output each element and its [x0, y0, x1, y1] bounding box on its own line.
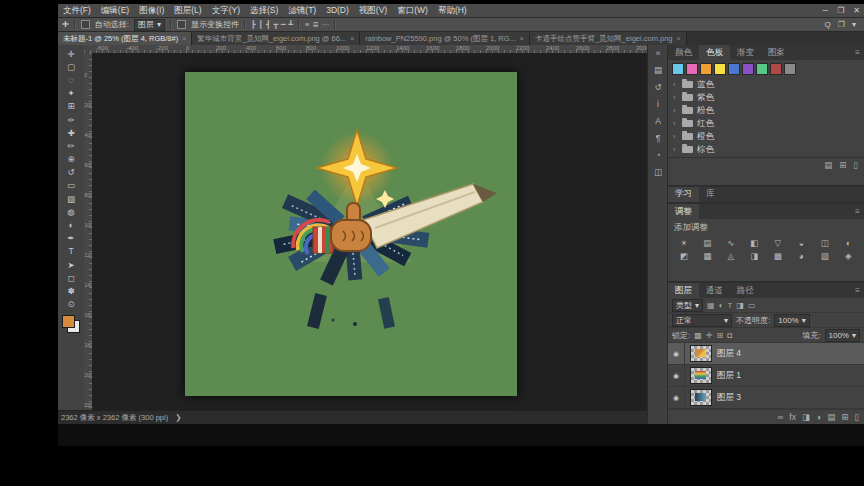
- history-panel-icon[interactable]: ↺: [654, 82, 661, 92]
- panel-tab[interactable]: 颜色: [668, 45, 699, 60]
- menu-item[interactable]: 视图(V): [354, 4, 392, 17]
- color-swatch[interactable]: [700, 63, 712, 75]
- healing-brush-tool-icon[interactable]: ✚: [60, 126, 82, 139]
- align-icon[interactable]: ┫: [266, 20, 271, 29]
- character-panel-icon[interactable]: A: [655, 116, 661, 126]
- adjustment-layer-icon[interactable]: ◑: [816, 412, 821, 422]
- panel-menu-icon[interactable]: ≡: [855, 283, 864, 298]
- panel-tab[interactable]: 通道: [699, 283, 730, 298]
- eraser-tool-icon[interactable]: ▭: [60, 179, 82, 192]
- panel-tab[interactable]: 渐变: [730, 45, 761, 60]
- quick-selection-tool-icon[interactable]: ✦: [60, 87, 82, 100]
- lock-transparency-icon[interactable]: ▩: [694, 331, 702, 340]
- layer-mask-icon[interactable]: ◨: [802, 412, 810, 422]
- exposure-icon[interactable]: ◧: [743, 236, 767, 249]
- link-layers-icon[interactable]: ∞: [777, 412, 783, 422]
- document-tab[interactable]: 卡通手绘点赞手臂_觅知网_eigei.com.png ×: [530, 32, 687, 45]
- gradient-tool-icon[interactable]: ▨: [60, 192, 82, 205]
- panel-tab[interactable]: 色板: [699, 45, 730, 60]
- collapse-panels-icon[interactable]: «: [656, 48, 661, 58]
- panel-tab[interactable]: 学习: [668, 187, 699, 202]
- auto-select-checkbox[interactable]: [81, 20, 90, 29]
- color-swatch[interactable]: [672, 63, 684, 75]
- levels-icon[interactable]: ▤: [696, 236, 720, 249]
- panel-tab[interactable]: 库: [699, 187, 722, 202]
- new-group-icon[interactable]: ▤: [827, 412, 835, 422]
- expander-icon[interactable]: ›: [673, 81, 678, 88]
- layer-visibility-eye-icon[interactable]: ◉: [668, 343, 685, 364]
- menu-item[interactable]: 编辑(E): [96, 4, 134, 17]
- swatch-group-row[interactable]: › 紫色: [668, 91, 864, 104]
- canvas[interactable]: [185, 72, 517, 396]
- swatch-group-row[interactable]: › 红色: [668, 117, 864, 130]
- layer-row[interactable]: ◉ 图层 1: [668, 365, 864, 387]
- color-swatch[interactable]: [784, 63, 796, 75]
- hue-saturation-icon[interactable]: ◒: [790, 236, 814, 249]
- workspace-caret-icon[interactable]: ▾: [852, 20, 856, 29]
- distribute-icon[interactable]: ⋯: [322, 20, 330, 29]
- layer-row[interactable]: ◉ 图层 3: [668, 387, 864, 409]
- zoom-tool-icon[interactable]: ⊙: [60, 298, 82, 311]
- panel-menu-icon[interactable]: ≡: [855, 45, 864, 60]
- color-lookup-icon[interactable]: ◬: [719, 249, 743, 262]
- document-tab[interactable]: 未标题-1 @ 25% (图层 4, RGB/8#) ×: [58, 32, 192, 45]
- shape-tool-icon[interactable]: ◻: [60, 271, 82, 284]
- blur-tool-icon[interactable]: ◍: [60, 205, 82, 218]
- filter-adjustment-icon[interactable]: ◐: [719, 301, 724, 310]
- color-swatch[interactable]: [714, 63, 726, 75]
- panel-tab[interactable]: 图层: [668, 283, 699, 298]
- layer-thumbnail[interactable]: [690, 367, 712, 384]
- dodge-tool-icon[interactable]: ◐: [60, 218, 82, 231]
- filter-smart-object-icon[interactable]: ▭: [748, 301, 756, 310]
- color-swatch[interactable]: [742, 63, 754, 75]
- align-icon[interactable]: ┃: [258, 20, 263, 29]
- menu-item[interactable]: 文字(Y): [207, 4, 245, 17]
- delete-swatch-icon[interactable]: ▯: [853, 160, 858, 170]
- color-swatch[interactable]: [686, 63, 698, 75]
- invert-icon[interactable]: ◨: [743, 249, 767, 262]
- menu-item[interactable]: 滤镜(T): [283, 4, 321, 17]
- clock-panel-icon[interactable]: ◔: [655, 150, 660, 160]
- layer-name[interactable]: 图层 1: [717, 370, 741, 382]
- panel-tab[interactable]: 图案: [761, 45, 792, 60]
- lasso-tool-icon[interactable]: ◌: [60, 73, 82, 86]
- filter-pixel-icon[interactable]: ▦: [707, 301, 715, 310]
- channel-mixer-icon[interactable]: ▦: [696, 249, 720, 262]
- clone-stamp-tool-icon[interactable]: ⊕: [60, 153, 82, 166]
- menu-item[interactable]: 文件(F): [58, 4, 96, 17]
- expander-icon[interactable]: ›: [673, 107, 678, 114]
- align-icon[interactable]: ┻: [289, 20, 294, 29]
- maximize-icon[interactable]: ❐: [837, 6, 844, 15]
- expander-icon[interactable]: ›: [673, 94, 678, 101]
- status-popup-arrow-icon[interactable]: ❯: [175, 413, 181, 422]
- expander-icon[interactable]: ›: [673, 133, 678, 140]
- lock-artboard-icon[interactable]: ⊞: [717, 331, 724, 340]
- fill-dropdown[interactable]: 100% ▾: [825, 329, 860, 342]
- threshold-icon[interactable]: ◕: [790, 249, 814, 262]
- libraries-panel-icon[interactable]: ◫: [654, 167, 662, 177]
- align-icon[interactable]: ┣: [251, 20, 256, 29]
- color-swatch[interactable]: [728, 63, 740, 75]
- hand-tool-icon[interactable]: ✽: [60, 284, 82, 297]
- search-icon[interactable]: Q: [825, 20, 831, 29]
- layer-filter-dropdown[interactable]: 类型 ▾: [672, 299, 703, 312]
- lock-position-icon[interactable]: ✛: [706, 331, 713, 340]
- tab-close-icon[interactable]: ×: [350, 35, 354, 42]
- show-transform-checkbox[interactable]: [177, 20, 186, 29]
- swatch-group-row[interactable]: › 橙色: [668, 130, 864, 143]
- layer-name[interactable]: 图层 3: [717, 392, 741, 404]
- new-layer-icon[interactable]: ⊞: [841, 412, 848, 422]
- expander-icon[interactable]: ›: [673, 146, 678, 153]
- workspace-icon[interactable]: ❐: [838, 20, 845, 29]
- brightness-contrast-icon[interactable]: ☀: [672, 236, 696, 249]
- paragraph-panel-icon[interactable]: ¶: [656, 133, 661, 143]
- tab-close-icon[interactable]: ×: [182, 35, 186, 42]
- color-swatch[interactable]: [756, 63, 768, 75]
- auto-select-dropdown[interactable]: 图层 ▾: [134, 19, 165, 31]
- move-tool-icon[interactable]: ✛: [60, 47, 82, 60]
- menu-item[interactable]: 帮助(H): [433, 4, 472, 17]
- panel-tab[interactable]: 调整: [668, 204, 699, 219]
- opacity-dropdown[interactable]: 100% ▾: [774, 314, 809, 327]
- menu-item[interactable]: 图像(I): [134, 4, 169, 17]
- vibrance-icon[interactable]: ▽: [766, 236, 790, 249]
